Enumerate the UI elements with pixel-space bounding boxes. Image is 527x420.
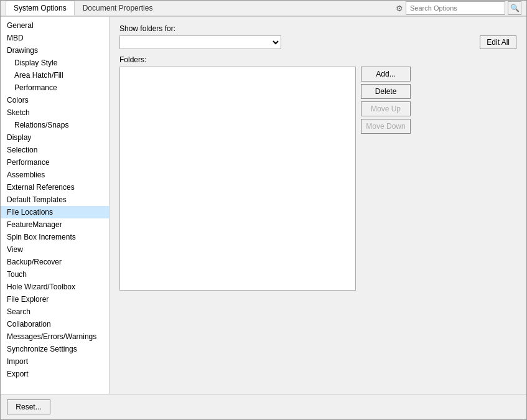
sidebar-item-relations-snaps[interactable]: Relations/Snaps [1,119,109,131]
sidebar-item-messages-errors-warnings[interactable]: Messages/Errors/Warnings [1,330,109,343]
folders-label: Folders: [119,55,516,64]
search-area: ⚙ 🔍 [396,1,521,15]
sidebar-item-hole-wizard-toolbox[interactable]: Hole Wizard/Toolbox [1,281,109,293]
sidebar: GeneralMBDDrawingsDisplay StyleArea Hatc… [1,17,110,394]
tab-system-options[interactable]: System Options [6,1,75,16]
sidebar-item-colors[interactable]: Colors [1,94,109,106]
add-button[interactable]: Add... [361,67,411,82]
sidebar-item-export[interactable]: Export [1,368,109,380]
show-folders-dropdown[interactable] [119,35,281,49]
show-folders-label: Show folders for: [119,24,516,33]
main-window: System Options Document Properties ⚙ 🔍 G… [0,0,527,420]
action-buttons: Add... Delete Move Up Move Down [361,67,411,134]
edit-all-button[interactable]: Edit All [480,35,516,49]
sidebar-item-file-locations[interactable]: File Locations [1,206,109,218]
search-icon: 🔍 [510,4,520,12]
sidebar-item-mbd[interactable]: MBD [1,32,109,44]
tab-document-properties[interactable]: Document Properties [75,1,161,16]
content-area: Show folders for: Edit All Folders: Add.… [110,17,526,394]
search-options-input[interactable] [406,1,505,15]
bottom-bar: Reset... [1,394,526,419]
delete-button[interactable]: Delete [361,84,411,99]
move-down-button[interactable]: Move Down [361,119,411,134]
sidebar-item-view[interactable]: View [1,243,109,256]
dropdown-row: Edit All [119,35,516,49]
search-button[interactable]: 🔍 [508,1,521,15]
sidebar-item-sketch[interactable]: Sketch [1,106,109,119]
sidebar-item-search[interactable]: Search [1,306,109,318]
sidebar-item-synchronize-settings[interactable]: Synchronize Settings [1,343,109,355]
folders-list[interactable] [119,67,356,291]
sidebar-item-display[interactable]: Display [1,131,109,144]
sidebar-item-backup-recover[interactable]: Backup/Recover [1,256,109,268]
main-content: GeneralMBDDrawingsDisplay StyleArea Hatc… [1,17,526,394]
sidebar-item-featuremanager[interactable]: FeatureManager [1,218,109,231]
sidebar-item-selection[interactable]: Selection [1,144,109,156]
sidebar-item-area-hatch-fill[interactable]: Area Hatch/Fill [1,69,109,82]
sidebar-item-import[interactable]: Import [1,355,109,368]
tab-bar: System Options Document Properties ⚙ 🔍 [1,1,526,17]
sidebar-item-general[interactable]: General [1,19,109,32]
sidebar-item-file-explorer[interactable]: File Explorer [1,293,109,306]
folders-row: Add... Delete Move Up Move Down [119,67,516,291]
sidebar-item-assemblies[interactable]: Assemblies [1,169,109,181]
sidebar-item-performance[interactable]: Performance [1,156,109,169]
sidebar-item-default-templates[interactable]: Default Templates [1,194,109,206]
sidebar-item-performance[interactable]: Performance [1,82,109,94]
move-up-button[interactable]: Move Up [361,101,411,116]
sidebar-item-spin-box-increments[interactable]: Spin Box Increments [1,231,109,243]
reset-button[interactable]: Reset... [7,399,50,414]
sidebar-item-collaboration[interactable]: Collaboration [1,318,109,330]
sidebar-item-display-style[interactable]: Display Style [1,57,109,69]
sidebar-item-external-references[interactable]: External References [1,181,109,194]
gear-settings-icon: ⚙ [396,4,403,13]
sidebar-item-drawings[interactable]: Drawings [1,44,109,57]
sidebar-item-touch[interactable]: Touch [1,268,109,281]
